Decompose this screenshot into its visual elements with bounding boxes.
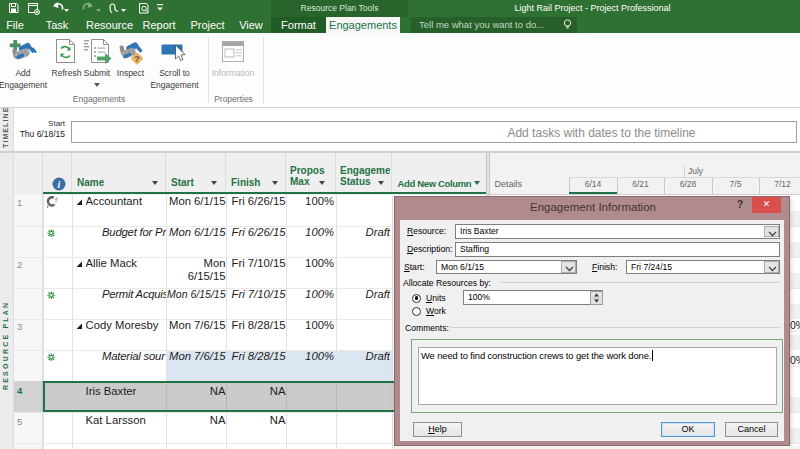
svg-text:i: i bbox=[58, 179, 61, 190]
svg-text:?: ? bbox=[134, 54, 140, 64]
